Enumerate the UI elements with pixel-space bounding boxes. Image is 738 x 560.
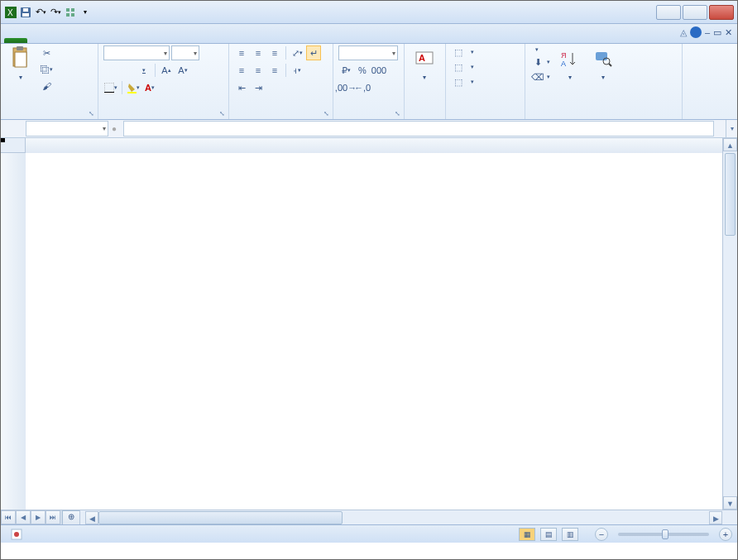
sheet-tab-bar: ⏮ ◀ ▶ ⏭ ⊕ ◀ ▶ [1, 510, 737, 524]
align-middle-icon[interactable]: ≡ [251, 45, 266, 60]
save-icon[interactable] [19, 6, 32, 19]
decrease-decimal-icon[interactable]: ←,0 [355, 80, 370, 95]
clear-button[interactable]: ⌫ ▾ [530, 70, 552, 84]
align-center-icon[interactable]: ≡ [251, 63, 266, 78]
orientation-icon[interactable]: ⤢▾ [290, 45, 304, 60]
scroll-right-icon[interactable]: ▶ [709, 511, 722, 524]
align-left-icon[interactable]: ≡ [234, 63, 249, 78]
format-cells-button[interactable]: ⬚ ▾ [451, 75, 476, 89]
insert-cells-button[interactable]: ⬚ ▾ [451, 45, 476, 59]
cut-icon[interactable]: ✂ [39, 45, 54, 60]
excel-icon: X [4, 6, 17, 19]
wrap-text-icon[interactable]: ↵ [306, 45, 321, 60]
formula-input[interactable] [123, 121, 714, 136]
svg-line-21 [609, 64, 611, 66]
horizontal-scrollbar[interactable]: ◀ ▶ [79, 510, 737, 524]
currency-icon[interactable]: ₽▾ [338, 63, 353, 78]
align-bottom-icon[interactable]: ≡ [267, 45, 282, 60]
shrink-font-icon[interactable]: A▾ [175, 63, 190, 78]
merge-icon[interactable]: ⫞▾ [290, 63, 304, 78]
autosum-button[interactable]: ▾ [530, 45, 552, 54]
number-format-combo[interactable] [338, 45, 398, 60]
svg-rect-19 [596, 52, 607, 60]
fill-color-icon[interactable]: ▾ [126, 80, 141, 95]
align-dialog-icon[interactable]: ⤡ [323, 110, 329, 117]
fill-button[interactable]: ⬇ ▾ [530, 55, 552, 69]
name-box[interactable] [26, 121, 108, 136]
indent-decrease-icon[interactable]: ⇤ [234, 80, 249, 95]
svg-rect-5 [66, 8, 69, 12]
align-top-icon[interactable]: ≡ [234, 45, 249, 60]
qat-dropdown-icon[interactable]: ▾ [79, 6, 92, 19]
macro-record-icon[interactable] [11, 529, 22, 540]
help-icon[interactable] [690, 26, 702, 38]
spreadsheet-grid[interactable]: ▲ ▼ [1, 138, 737, 510]
column-headers[interactable] [26, 138, 722, 153]
bold-button[interactable] [103, 63, 118, 78]
row-headers[interactable] [1, 153, 26, 510]
borders-icon[interactable]: ▾ [103, 80, 118, 95]
fx-cancel-icon[interactable]: ● [112, 124, 117, 133]
undo-icon[interactable]: ↶▾ [34, 6, 47, 19]
comma-icon[interactable]: 000 [371, 63, 386, 78]
percent-icon[interactable]: % [355, 63, 370, 78]
maximize-button[interactable] [683, 5, 707, 20]
scroll-left-icon[interactable]: ◀ [85, 511, 98, 524]
qat-icon[interactable] [64, 6, 77, 19]
sort-filter-button[interactable]: ЯА ▾ [555, 45, 585, 83]
styles-button[interactable]: A ▾ [410, 45, 439, 83]
zoom-slider[interactable] [618, 533, 709, 536]
window-buttons [656, 5, 734, 20]
doc-min-icon[interactable]: – [705, 27, 710, 37]
paste-button[interactable]: ▾ [6, 45, 36, 83]
doc-max-icon[interactable]: ▭ [713, 27, 721, 38]
formula-bar: ● ▾ [1, 120, 737, 138]
sheet-next-icon[interactable]: ▶ [31, 510, 46, 524]
page-break-view-icon[interactable]: ▥ [562, 528, 578, 541]
underline-button[interactable]: ▾ [137, 63, 151, 78]
format-painter-icon[interactable]: 🖌 [39, 79, 54, 93]
increase-decimal-icon[interactable]: ,00→ [338, 80, 353, 95]
page-layout-view-icon[interactable]: ▤ [540, 528, 557, 541]
new-sheet-icon[interactable]: ⊕ [62, 510, 80, 524]
clipboard-dialog-icon[interactable]: ⤡ [89, 110, 94, 117]
doc-close-icon[interactable]: ✕ [725, 27, 732, 38]
redo-icon[interactable]: ↷▾ [49, 6, 62, 19]
zoom-in-button[interactable]: + [719, 528, 732, 541]
font-name-combo[interactable] [103, 45, 170, 60]
scroll-down-icon[interactable]: ▼ [723, 496, 737, 510]
zoom-out-button[interactable]: − [595, 528, 608, 541]
svg-text:A: A [419, 53, 425, 63]
sheet-last-icon[interactable]: ⏭ [46, 510, 60, 524]
sheet-prev-icon[interactable]: ◀ [16, 510, 31, 524]
scroll-up-icon[interactable]: ▲ [723, 138, 737, 151]
delete-cells-button[interactable]: ⬚ ▾ [451, 60, 476, 74]
font-color-icon[interactable]: A▾ [142, 80, 157, 95]
copy-icon[interactable]: ⿻▾ [39, 62, 54, 77]
font-dialog-icon[interactable]: ⤡ [219, 110, 225, 117]
close-button[interactable] [709, 5, 734, 20]
font-size-combo[interactable] [171, 45, 199, 60]
minimize-button[interactable] [656, 5, 681, 20]
number-dialog-icon[interactable]: ⤡ [395, 110, 400, 117]
hscroll-thumb[interactable] [98, 511, 343, 524]
zoom-knob[interactable] [662, 529, 669, 539]
align-right-icon[interactable]: ≡ [267, 63, 282, 78]
find-select-button[interactable]: ▾ [588, 45, 618, 83]
cells-area[interactable] [26, 153, 722, 510]
grow-font-icon[interactable]: A▴ [159, 63, 174, 78]
file-tab[interactable] [4, 38, 27, 43]
sheet-first-icon[interactable]: ⏮ [1, 510, 16, 524]
vertical-scrollbar[interactable]: ▲ ▼ [722, 138, 737, 510]
fbar-expand-icon[interactable]: ▾ [726, 120, 737, 137]
vscroll-thumb[interactable] [725, 153, 736, 236]
minimize-ribbon-icon[interactable]: ◬ [680, 27, 687, 38]
ribbon: ▾ ✂ ⿻▾ 🖌 ⤡ ▾ A▴ A▾ ▾ [1, 44, 737, 120]
normal-view-icon[interactable]: ▦ [519, 528, 535, 541]
svg-rect-4 [23, 8, 28, 12]
indent-increase-icon[interactable]: ⇥ [251, 80, 266, 95]
svg-rect-11 [15, 52, 26, 67]
svg-point-23 [14, 532, 19, 537]
italic-button[interactable] [120, 63, 135, 78]
select-all-corner[interactable] [1, 138, 26, 153]
